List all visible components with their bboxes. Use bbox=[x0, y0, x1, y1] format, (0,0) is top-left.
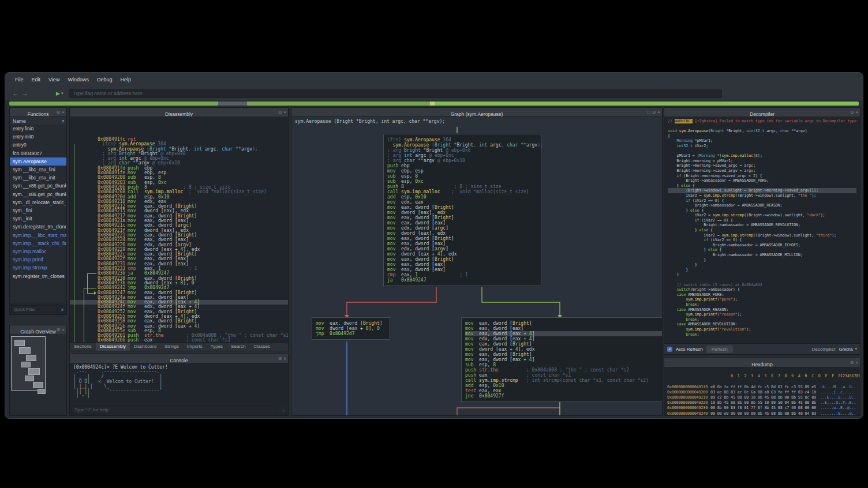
seek-address-input[interactable] bbox=[69, 89, 722, 98]
menu-view[interactable]: View bbox=[44, 75, 63, 84]
graph-node-line[interactable]: mov dword [eax + 4], edx bbox=[387, 251, 537, 257]
hexdump-row[interactable]: 0x000000000804922010 8b 45 08 8b 00 8b 5… bbox=[667, 400, 857, 406]
function-item[interactable]: sym.__libc_csu_init bbox=[10, 174, 66, 182]
graph-node-line[interactable]: mov eax, dword [eax + 4] bbox=[465, 357, 662, 362]
panel-header[interactable]: Hexdump ⊙ × bbox=[664, 358, 860, 367]
console-send-icon[interactable]: → bbox=[279, 407, 287, 413]
decompiler-line[interactable]: sym.imp.printf("revolution"); bbox=[668, 327, 856, 332]
seek-segment[interactable] bbox=[430, 102, 435, 106]
memory-map-bar[interactable] bbox=[9, 102, 859, 106]
decompiler-line[interactable]: iVar2 = sym.imp.strcmp((Bright->window).… bbox=[668, 193, 856, 198]
decompiler-line[interactable]: Bright->ambassador = AMBASSADOR_ECHOES; bbox=[668, 243, 856, 248]
function-item[interactable]: entry.fini0 bbox=[10, 125, 66, 133]
graph-overview-thumbnail[interactable] bbox=[10, 334, 66, 415]
decompiler-line[interactable]: case AMBASSADOR_REVOLUTION: bbox=[668, 322, 856, 327]
decompiler-line[interactable]: } else { bbox=[668, 183, 856, 189]
decompiler-line[interactable]: break; bbox=[668, 317, 856, 322]
panel-close-icon[interactable]: × bbox=[62, 108, 65, 117]
panel-close-icon[interactable]: × bbox=[283, 354, 286, 363]
function-item[interactable]: sym.imp.printf bbox=[10, 256, 66, 264]
graph-node-line[interactable]: sub esp, 8 bbox=[465, 362, 662, 367]
panel-header[interactable]: Functions ⊙ × bbox=[10, 108, 66, 117]
tab-sections[interactable]: Sections bbox=[70, 343, 96, 351]
decompiler-line[interactable]: Bright->morning->saved_argv = argv; bbox=[668, 168, 856, 174]
graph-node-line[interactable]: ; arg char **argv @ ebp+0x10 bbox=[387, 158, 537, 163]
function-item[interactable]: sym.imp.malloc bbox=[10, 247, 66, 256]
quick-filter-input[interactable] bbox=[11, 305, 58, 313]
decompiler-line[interactable]: pMVar1 = (Morning *)sym.imp.malloc(8); bbox=[668, 153, 856, 159]
graph-node-line[interactable]: (fcn) sym.Aeropause 364 bbox=[387, 137, 537, 142]
graph-canvas[interactable]: (fcn) sym.Aeropause 364 sym.Aeropause (B… bbox=[291, 126, 662, 415]
graph-node-line[interactable]: mov ebp, esp bbox=[387, 168, 537, 174]
forward-arrow-icon[interactable]: → bbox=[20, 90, 29, 97]
graph-node-line[interactable]: mov dword [eax], edx bbox=[387, 231, 537, 236]
graph-node-line[interactable]: sub esp, 8 bbox=[387, 174, 537, 179]
function-item[interactable]: entry.init0 bbox=[10, 133, 66, 141]
graph-node-line[interactable]: cmp eax, 1 ; 1 bbox=[387, 272, 537, 277]
tab-imports[interactable]: Imports bbox=[183, 343, 207, 351]
graph-node-line[interactable]: sub esp, 0xc bbox=[387, 179, 537, 184]
graph-node-line[interactable]: mov eax, dword [eax] bbox=[387, 220, 537, 226]
menu-windows[interactable]: Windows bbox=[63, 75, 93, 84]
graph-node-line[interactable]: call sym.imp.malloc ; void *malloc(size_… bbox=[387, 189, 537, 194]
graph-node-line[interactable]: mov dword [eax + 4], edx bbox=[465, 347, 662, 352]
graph-node-line[interactable]: call sym.imp.strcmp ; int strcmp(const c… bbox=[465, 378, 662, 383]
function-item[interactable]: sym.Aeropause bbox=[10, 157, 66, 166]
debug-start-button[interactable]: ▶ ▾ bbox=[56, 91, 63, 96]
function-item[interactable]: sym._init bbox=[10, 215, 66, 223]
decompiler-line[interactable]: } bbox=[668, 268, 856, 273]
panel-header[interactable]: Graph (sym.Aeropause) □ ⊙ × bbox=[291, 108, 662, 117]
decompiler-line[interactable]: iVar2 = sym.imp.strcmp((Bright->window).… bbox=[668, 233, 856, 238]
tab-classes[interactable]: Classes bbox=[249, 343, 274, 351]
function-item[interactable]: sym.imp.__stack_chk_fail bbox=[10, 239, 66, 247]
menu-edit[interactable]: Edit bbox=[28, 75, 45, 84]
panel-maximize-icon[interactable]: □ bbox=[648, 108, 650, 117]
tab-disassembly[interactable]: Disassembly bbox=[96, 343, 130, 351]
panel-header[interactable]: Decompiler ⊙ × bbox=[664, 108, 860, 117]
graph-node-line[interactable]: mov eax, dword [Bright] bbox=[465, 321, 662, 326]
function-item[interactable]: fcn.080490c7 bbox=[10, 149, 66, 157]
console-input[interactable] bbox=[71, 406, 277, 414]
graph-node-line[interactable]: mov edx, dword [eax + 4] bbox=[465, 336, 662, 341]
tab-types[interactable]: Types bbox=[207, 343, 227, 351]
graph-node-line[interactable]: mov edx, eax bbox=[387, 200, 537, 205]
hexdump-row[interactable]: 0x000000000804923000 8b 00 83 f8 01 77 0… bbox=[667, 406, 857, 411]
decompiler-line[interactable]: } bbox=[668, 262, 856, 268]
decompiler-line[interactable]: (Bright->window).sunlight = Bright->morn… bbox=[668, 188, 856, 193]
decompiler-line[interactable]: void sym.Aeropause(Bright *Bright, uint3… bbox=[668, 129, 856, 134]
tab-dashboard[interactable]: Dashboard bbox=[130, 343, 160, 351]
graph-node-line[interactable]: mov eax, dword [Bright] bbox=[465, 352, 662, 357]
seek-segment[interactable] bbox=[218, 102, 247, 106]
seek-segment[interactable] bbox=[435, 102, 859, 106]
graph-node-line[interactable]: mov eax, dword [eax] bbox=[387, 262, 537, 267]
graph-node-line[interactable]: mov eax, dword [Bright] bbox=[316, 321, 386, 326]
graph-node-line[interactable]: add esp, 0x10 bbox=[465, 383, 662, 388]
panel-popout-icon[interactable]: ⊙ bbox=[57, 108, 61, 117]
decompiler-line[interactable]: Bright->morning->saved_argc = argc; bbox=[668, 163, 856, 168]
menu-debug[interactable]: Debug bbox=[93, 75, 117, 84]
hexdump-view[interactable]: 0 1 2 3 4 5 6 7 8 9 A B C D E F012345678… bbox=[664, 367, 860, 415]
graph-node-line[interactable]: test eax, eax bbox=[465, 388, 662, 393]
decompiler-line[interactable]: case AMBASSADOR_REASON: bbox=[668, 307, 856, 313]
function-item[interactable]: sym.__x86.get_pc_thunk.bp bbox=[10, 182, 66, 190]
panel-popout-icon[interactable]: ⊙ bbox=[278, 354, 282, 363]
decompiler-line[interactable]: Bright->ambassador = AMBASSADOR_REASON; bbox=[668, 203, 856, 208]
graph-node-line[interactable]: mov eax, dword [eax] bbox=[387, 241, 537, 246]
panel-close-icon[interactable]: × bbox=[855, 358, 858, 367]
decompiler-line[interactable] bbox=[668, 124, 856, 129]
disassembly-view[interactable]: 0x080491fcret(fcn) sym.Aeropause 364 sym… bbox=[70, 117, 288, 343]
graph-node-line[interactable]: mov edx, dword [argc] bbox=[387, 226, 537, 231]
decompiler-select[interactable]: Decompiler: Ghidra ▾ bbox=[812, 347, 857, 352]
seek-segment[interactable] bbox=[9, 102, 218, 106]
decompiler-line[interactable]: } bbox=[668, 258, 856, 263]
graph-node-line[interactable]: push str.the ; 0x804a008 ; "the " ; cons… bbox=[465, 367, 662, 373]
decompiler-line[interactable]: } bbox=[668, 272, 856, 277]
panel-popout-icon[interactable]: ⊙ bbox=[850, 358, 854, 367]
graph-node-line[interactable]: jmp 0x80492d7 bbox=[316, 331, 386, 336]
decompiler-line[interactable] bbox=[668, 277, 856, 283]
panel-popout-icon[interactable]: ⊙ bbox=[278, 108, 282, 117]
decompiler-line[interactable]: Bright->ambassador = AMBASSADOR_REVOLUTI… bbox=[668, 223, 856, 228]
panel-close-icon[interactable]: × bbox=[283, 108, 286, 117]
panel-header[interactable]: Console ⊙ × bbox=[70, 354, 288, 363]
decompiler-line[interactable]: if (Bright->morning->saved_argc < 2) { bbox=[668, 174, 856, 179]
